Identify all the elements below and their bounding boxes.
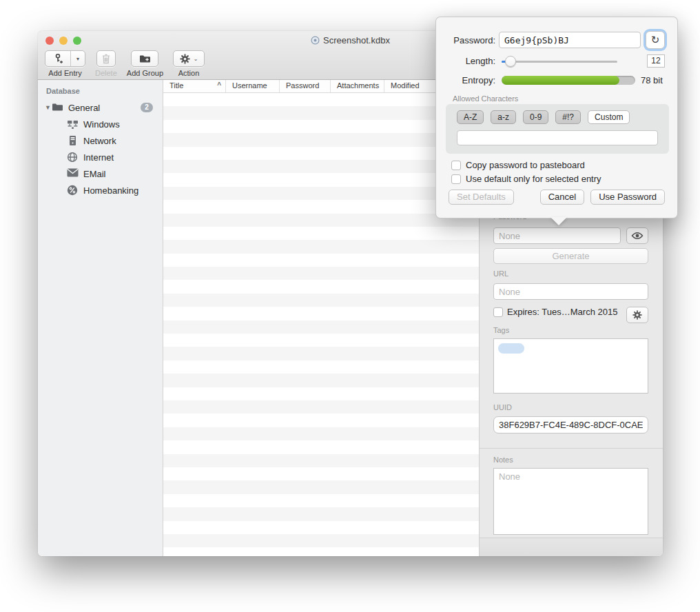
sidebar-item-label: Windows <box>83 119 120 130</box>
length-label: Length: <box>436 56 495 66</box>
table-row[interactable] <box>163 467 479 480</box>
set-defaults-button[interactable]: Set Defaults <box>449 190 514 205</box>
table-row[interactable] <box>163 547 479 556</box>
allowed-characters-box: A-Z a-z 0-9 #!? Custom <box>446 104 669 154</box>
use-default-label: Use default only for selected entry <box>466 174 601 184</box>
add-entry-dropdown[interactable]: ▾ <box>70 51 85 66</box>
expires-settings-button[interactable] <box>626 307 648 323</box>
column-header-title[interactable]: Title ^ <box>163 80 225 92</box>
table-row[interactable] <box>163 267 479 280</box>
column-header-password[interactable]: Password <box>279 80 330 92</box>
use-default-row: Use default only for selected entry <box>451 174 601 184</box>
table-row[interactable] <box>163 106 479 119</box>
use-password-button[interactable]: Use Password <box>590 190 665 205</box>
uuid-field[interactable] <box>493 416 648 434</box>
table-row[interactable] <box>163 240 479 253</box>
sidebar-header: Database <box>38 84 163 99</box>
use-default-checkbox[interactable] <box>451 174 461 184</box>
column-header-attachments[interactable]: Attachments <box>330 80 384 92</box>
sidebar-item-network[interactable]: Network <box>38 132 163 149</box>
table-row[interactable] <box>163 200 479 213</box>
table-row[interactable] <box>163 93 479 106</box>
entropy-label: Entropy: <box>436 75 495 85</box>
table-row[interactable] <box>163 147 479 160</box>
table-row[interactable] <box>163 521 479 534</box>
table-row[interactable] <box>163 133 479 146</box>
url-field[interactable] <box>493 283 648 300</box>
charset-uppercase-button[interactable]: A-Z <box>457 110 484 124</box>
copy-password-row: Copy password to pasteboard <box>451 160 585 170</box>
table-row[interactable] <box>163 480 479 493</box>
add-entry-button[interactable]: ▾ <box>45 50 85 67</box>
tag-token[interactable] <box>498 343 524 354</box>
table-row[interactable] <box>163 173 479 186</box>
table-row[interactable] <box>163 427 479 440</box>
custom-characters-field[interactable] <box>457 130 658 145</box>
column-header-username[interactable]: Username <box>225 80 279 92</box>
key-plus-icon[interactable] <box>45 51 70 66</box>
charset-symbols-button[interactable]: #!? <box>555 110 581 124</box>
expires-checkbox[interactable] <box>493 307 503 317</box>
regenerate-password-button[interactable]: ↻ <box>646 31 665 49</box>
gear-icon <box>180 54 190 64</box>
charset-digits-button[interactable]: 0-9 <box>523 110 548 124</box>
copy-password-checkbox[interactable] <box>451 161 461 170</box>
table-row[interactable] <box>163 374 479 387</box>
table-row[interactable] <box>163 347 479 360</box>
table-row[interactable] <box>163 400 479 414</box>
table-row[interactable] <box>163 494 479 507</box>
tags-section-label: Tags <box>493 326 509 334</box>
table-row[interactable] <box>163 320 479 334</box>
add-group-button[interactable] <box>131 50 158 67</box>
action-button[interactable]: ⌄ <box>173 50 205 67</box>
table-row[interactable] <box>163 294 479 307</box>
table-row[interactable] <box>163 534 479 547</box>
divider <box>480 448 663 449</box>
table-row[interactable] <box>163 160 479 173</box>
table-row[interactable] <box>163 187 479 200</box>
table-row[interactable] <box>163 454 479 467</box>
gear-icon <box>632 310 642 320</box>
sidebar-item-label: Network <box>83 136 116 146</box>
table-row[interactable] <box>163 507 479 520</box>
refresh-icon: ↻ <box>651 34 660 46</box>
table-row[interactable] <box>163 280 479 293</box>
slider-track[interactable] <box>502 61 617 63</box>
generate-button[interactable]: Generate <box>493 248 648 264</box>
expires-row: Expires: Tues…March 2015 <box>493 307 621 317</box>
eye-icon <box>631 232 644 240</box>
password-field[interactable] <box>493 227 621 244</box>
cancel-button[interactable]: Cancel <box>540 190 584 205</box>
table-row[interactable] <box>163 227 479 240</box>
sidebar-item-homebanking[interactable]: Homebanking <box>38 182 163 198</box>
sidebar-item-email[interactable]: EMail <box>38 165 163 182</box>
table-row[interactable] <box>163 254 479 267</box>
length-slider-knob[interactable] <box>505 56 516 67</box>
disclosure-triangle-icon[interactable]: ▼ <box>45 104 52 111</box>
sidebar-item-internet[interactable]: Internet <box>38 149 163 165</box>
table-row[interactable] <box>163 360 479 374</box>
sidebar-item-windows[interactable]: Windows <box>38 116 163 132</box>
generated-password-field[interactable] <box>499 32 641 48</box>
sidebar-group-general[interactable]: ▼ General 2 <box>38 99 163 116</box>
table-row[interactable] <box>163 307 479 320</box>
table-row[interactable] <box>163 387 479 400</box>
folder-plus-icon <box>139 54 151 63</box>
reveal-password-button[interactable] <box>626 227 648 244</box>
charset-custom-button[interactable]: Custom <box>588 110 630 124</box>
table-row[interactable] <box>163 440 479 453</box>
sidebar-group-label: General <box>68 103 100 113</box>
document-icon <box>311 36 320 45</box>
length-slider[interactable] <box>502 56 617 67</box>
notes-field[interactable] <box>493 468 648 535</box>
table-row[interactable] <box>163 414 479 427</box>
table-row[interactable] <box>163 334 479 347</box>
tags-field[interactable] <box>493 338 648 394</box>
table-row[interactable] <box>163 214 479 227</box>
trash-icon <box>101 54 111 64</box>
delete-button[interactable] <box>96 50 116 67</box>
length-value-field[interactable]: 12 <box>647 54 665 68</box>
charset-lowercase-button[interactable]: a-z <box>491 110 516 124</box>
globe-icon <box>67 152 79 163</box>
table-row[interactable] <box>163 120 479 133</box>
